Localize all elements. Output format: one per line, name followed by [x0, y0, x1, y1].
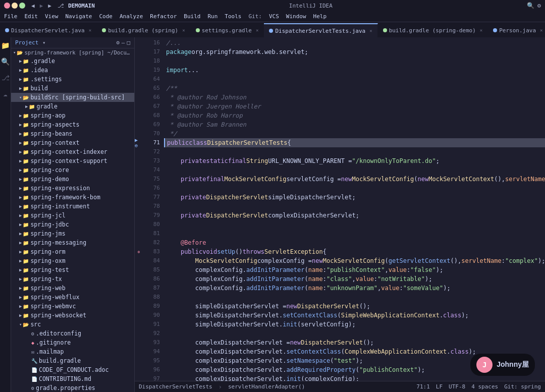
status-git-branch[interactable]: Git: spring [504, 383, 541, 390]
sidebar-item-buildsrc[interactable]: ▾ 📂 buildSrc [spring-build-src] [11, 93, 134, 102]
sidebar-item-spring-jdbc[interactable]: ▶ 📁 spring-jdbc [11, 220, 134, 229]
status-indent[interactable]: 4 spaces [471, 383, 498, 390]
tab-close-settings-gradle[interactable]: ✕ [256, 28, 258, 33]
line-num-70: 70 [143, 129, 160, 138]
menu-vcs[interactable]: VCS [269, 13, 279, 20]
sidebar-item-spring-jms[interactable]: ▶ 📁 spring-jms [11, 229, 134, 238]
settings-icon[interactable]: ⚙ [537, 2, 541, 9]
search-sidebar-icon[interactable]: 🔍 [1, 58, 10, 66]
toolbar-run[interactable]: ▶ [48, 3, 51, 9]
sidebar-item-spring-instrument[interactable]: ▶ 📁 spring-instrument [11, 202, 134, 211]
mail-file-icon: ✉ [31, 349, 34, 355]
tab-close-build-gradle-spring[interactable]: ✕ [182, 28, 185, 33]
sidebar-collapse-icon[interactable]: – [122, 39, 125, 46]
toolbar-back[interactable]: ◀ [31, 3, 35, 9]
sidebar-gear-icon[interactable]: ⚙ [116, 39, 120, 46]
sidebar-item-spring-context-indexer[interactable]: ▶ 📁 spring-context-indexer [11, 147, 134, 156]
code-content[interactable]: /... package org.springframework.web.ser… [164, 37, 545, 381]
search-icon[interactable]: 🔍 [527, 2, 534, 9]
project-label[interactable]: Project [15, 39, 38, 46]
sidebar-item-spring-web[interactable]: ▶ 📁 spring-web [11, 284, 134, 293]
menu-code[interactable]: Code [99, 13, 113, 20]
menu-run[interactable]: Run [207, 13, 217, 20]
sidebar-item-settings[interactable]: ▶ 📁 .settings [11, 75, 134, 84]
sidebar-item-gitignore[interactable]: ◆ .gitignore [11, 338, 134, 347]
tab-build-gradle-spring-demo[interactable]: build.gradle (spring-demo) ✕ [378, 23, 488, 37]
maximize-button[interactable] [19, 3, 25, 9]
sidebar-item-spring-orm[interactable]: ▶ 📁 spring-orm [11, 247, 134, 256]
tab-build-gradle-spring[interactable]: build.gradle (spring) ✕ [97, 23, 191, 37]
sidebar-item-idea[interactable]: ▶ 📁 .idea [11, 66, 134, 75]
menu-analyze[interactable]: Analyze [120, 13, 143, 20]
sidebar-item-spring-webflux[interactable]: ▶ 📁 spring-webflux [11, 293, 134, 302]
sidebar-item-build-gradle[interactable]: 🔧 build.gradle [11, 356, 134, 365]
sidebar-item-spring-demo[interactable]: ▶ 📁 spring-demo [11, 175, 134, 184]
menu-build[interactable]: Build [184, 13, 200, 20]
menu-file[interactable]: File [4, 13, 18, 20]
app-container: ◀ ▶ ▶ ⎇ DEMOMAIN IntelliJ IDEA 🔍 ⚙ File … [0, 0, 545, 392]
root-arrow-icon: ▾ [13, 50, 16, 55]
sidebar-root[interactable]: ▾ 📂 spring-framework [spring] ~/Document… [11, 48, 134, 57]
sidebar-item-editorconfig[interactable]: ⚙ .editorconfig [11, 329, 134, 338]
status-file[interactable]: DispatcherServletTests [139, 383, 212, 390]
branch-label[interactable]: DEMOMAIN [68, 3, 95, 9]
sidebar-expand-icon[interactable]: □ [127, 39, 130, 46]
sidebar-item-spring-framework-bom[interactable]: ▶ 📁 spring-framework-bom [11, 193, 134, 202]
menu-tools[interactable]: Tools [225, 13, 241, 20]
tab-dispatcher-servlet-tests[interactable]: DispatcherServletTests.java ✕ [264, 23, 377, 37]
minimize-button[interactable] [12, 3, 18, 9]
sidebar-item-spring-aspects[interactable]: ▶ 📁 spring-aspects [11, 120, 134, 129]
folder-icon: 📁 [23, 77, 29, 82]
status-line-ending[interactable]: LF [436, 383, 443, 390]
sidebar-item-gradle-sub[interactable]: ▶ 📁 gradle [11, 102, 134, 111]
sidebar-item-mailmap[interactable]: ✉ .mailmap [11, 347, 134, 356]
status-encoding[interactable]: UTF-8 [449, 383, 465, 390]
gutter-marker-19 [135, 66, 143, 75]
tab-close-person-java[interactable]: ✕ [540, 28, 542, 33]
menu-refactor[interactable]: Refactor [150, 13, 177, 20]
project-icon[interactable]: 📁 [1, 41, 10, 49]
line-num-87: 87 [143, 284, 160, 293]
menu-help[interactable]: Help [313, 13, 327, 20]
tab-settings-gradle[interactable]: settings.gradle ✕ [191, 23, 264, 37]
sidebar-item-spring-test[interactable]: ▶ 📁 spring-test [11, 265, 134, 274]
menu-edit[interactable]: Edit [25, 13, 38, 20]
sidebar-item-gradle-properties[interactable]: ⚙ gradle.properties [11, 383, 134, 392]
cloud-icon[interactable]: ☁ [3, 90, 7, 98]
git-icon[interactable]: ⎇ [2, 74, 10, 82]
sidebar-item-spring-context-support[interactable]: ▶ 📁 spring-context-support [11, 156, 134, 165]
status-position[interactable]: 71:1 [416, 383, 430, 390]
sidebar-item-spring-beans[interactable]: ▶ 📁 spring-beans [11, 129, 134, 138]
toolbar-forward[interactable]: ▶ [40, 3, 43, 9]
sidebar-item-build[interactable]: ▶ 📁 build [11, 84, 134, 93]
tab-close-build-gradle-spring-demo[interactable]: ✕ [480, 28, 482, 33]
sidebar-item-spring-context[interactable]: ▶ 📁 spring-context [11, 138, 134, 147]
tab-bar: DispatcherServlet.java ✕ build.gradle (s… [0, 22, 545, 37]
sidebar-item-spring-jcl[interactable]: ▶ 📁 spring-jcl [11, 211, 134, 220]
sidebar-item-spring-expression[interactable]: ▶ 📁 spring-expression [11, 184, 134, 193]
sidebar-item-spring-websocket[interactable]: ▶ 📁 spring-websocket [11, 311, 134, 320]
folder-icon: 📁 [23, 149, 29, 155]
menu-git[interactable]: Git: [248, 13, 262, 20]
sidebar-item-spring-core[interactable]: ▶ 📁 spring-core [11, 165, 134, 175]
line-num-79: 79 [143, 211, 160, 220]
status-method[interactable]: servletHandlerAdapter() [228, 383, 305, 390]
sidebar-item-spring-messaging[interactable]: ▶ 📁 spring-messaging [11, 238, 134, 247]
tab-close-dispatcher-servlet[interactable]: ✕ [89, 28, 91, 33]
close-button[interactable] [4, 3, 10, 9]
menu-view[interactable]: View [45, 13, 59, 20]
tab-person-java[interactable]: Person.java ✕ [488, 23, 545, 37]
menu-window[interactable]: Window [286, 13, 306, 20]
sidebar-item-contributing[interactable]: 📄 CONTRIBUTING.md [11, 374, 134, 383]
sidebar-item-spring-tx[interactable]: ▶ 📁 spring-tx [11, 274, 134, 284]
menu-navigate[interactable]: Navigate [66, 13, 92, 20]
sidebar-item-spring-aop[interactable]: ▶ 📁 spring-aop [11, 111, 134, 120]
sidebar-item-code-of-conduct[interactable]: 📄 CODE_OF_CONDUCT.adoc [11, 365, 134, 374]
tab-close-dispatcher-servlet-tests[interactable]: ✕ [369, 28, 372, 33]
sidebar-item-spring-webmvc[interactable]: ▶ 📁 spring-webmvc [11, 302, 134, 311]
sidebar-item-gradle[interactable]: ▶ 📁 .gradle [11, 57, 134, 66]
sidebar-item-src[interactable]: ▾ 📂 src [11, 320, 134, 329]
item-label-spring-aop: spring-aop [30, 112, 65, 119]
tab-dispatcher-servlet[interactable]: DispatcherServlet.java ✕ [0, 23, 97, 37]
sidebar-item-spring-oxm[interactable]: ▶ 📁 spring-oxm [11, 256, 134, 265]
